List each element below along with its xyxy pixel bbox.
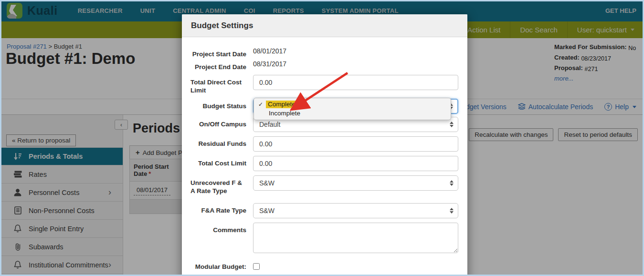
fa-rate-type-row: F&A Rate Type S&W [190,203,458,218]
budget-status-row: Budget Status ✓ Complete Incomplete [190,99,458,114]
select-stepper-icon [450,122,454,127]
option-incomplete[interactable]: Incomplete [254,109,451,118]
modal-header: Budget Settings [182,14,467,37]
comments-row: Comments [190,223,458,255]
select-stepper-icon [450,180,454,186]
comments-textarea[interactable] [253,223,458,253]
fa-rate-type-select[interactable]: S&W [253,203,458,218]
residual-funds-row: Residual Funds [190,136,458,152]
total-cost-limit-input[interactable] [253,156,458,171]
project-end-date-value: 08/31/2017 [253,60,458,68]
modular-budget-row: Modular Budget: [190,259,458,272]
modal-title: Budget Settings [191,21,253,31]
total-direct-cost-limit-row: Total Direct Cost Limit [190,75,458,94]
modular-budget-checkbox[interactable] [253,263,260,270]
total-direct-cost-limit-input[interactable] [253,75,458,90]
project-start-date-row: Project Start Date 08/01/2017 [190,47,458,58]
highlight-annotation: Complete [266,101,303,108]
check-icon: ✓ [258,101,266,108]
select-stepper-icon [450,208,454,214]
residual-funds-input[interactable] [253,136,458,152]
project-end-date-row: Project End Date 08/31/2017 [190,60,458,71]
modal-body: Project Start Date 08/01/2017 Project En… [182,37,467,276]
option-complete[interactable]: ✓ Complete [254,100,451,109]
unrecovered-fa-rate-type-select[interactable]: S&W [253,175,458,191]
budget-settings-modal: Budget Settings Project Start Date 08/01… [182,14,467,276]
budget-status-dropdown: ✓ Complete Incomplete [253,98,451,120]
total-cost-limit-row: Total Cost Limit [190,156,458,171]
unrecovered-fa-rate-type-row: Unrecovered F & A Rate Type S&W [190,175,458,195]
project-start-date-value: 08/01/2017 [253,47,458,55]
